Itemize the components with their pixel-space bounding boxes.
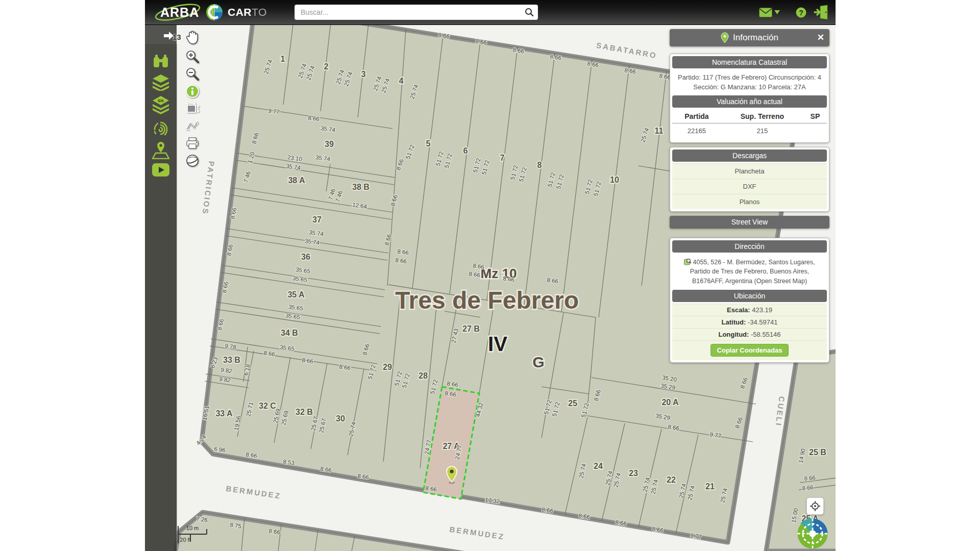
measure-path-icon [185,119,200,133]
carto-globe-icon [205,3,224,21]
valuacion-col-sp: SP [803,109,827,123]
parcel-numbers-label: 38 A [288,176,305,185]
info-panel: Información ✕ Nomenclatura Catastral Par… [670,29,829,367]
carto-logo: CARTO [205,3,267,22]
svg-text:IDE: IDE [158,99,164,103]
longitud-value: -58.55146 [751,331,781,338]
logout-button[interactable] [814,0,829,24]
descargas-card: Descargas Plancheta DXF Planos [670,147,829,212]
direccion-body: 4055, 526 - M. Bermúdez, Santos Lugares,… [672,254,827,290]
search-input[interactable] [295,8,521,16]
messages-dropdown[interactable] [774,0,780,24]
parcel-numbers-label: 5 [426,139,431,148]
nomenclatura-card: Nomenclatura Catastral Partido: 117 (Tre… [670,54,829,143]
copy-coordinates-row: Copiar Coordenadas [672,340,827,360]
locate-me-button[interactable] [806,497,824,515]
parcel-numbers-label: 8 [537,161,542,169]
ubicacion-header: Ubicación [672,290,827,302]
street-view-button[interactable]: Street View [670,216,829,229]
sidebar-ide-layers-button[interactable]: IDE [150,96,172,114]
search-button[interactable] [521,5,538,20]
parcel-numbers-label: 39 [325,140,334,148]
scale-imperial-label: 20 ft [180,537,190,543]
carto-globe-watermark [789,516,836,551]
messages-button[interactable] [759,0,772,24]
escala-row: Escala: 423.19 [672,304,827,316]
copy-coordinates-button[interactable]: Copiar Coordenadas [710,344,789,357]
longitud-row: Longitud: -58.55146 [672,328,827,340]
binoculars-icon [153,54,169,68]
latitud-value: -34.59741 [748,318,778,326]
layers-ide-icon: IDE [152,96,169,114]
nomenclatura-header: Nomenclatura Catastral [672,56,827,68]
parcel-numbers-label: 24 [594,462,603,470]
measure-tool-button[interactable] [185,118,200,134]
parcel-numbers-label: 22 [667,475,676,484]
help-button[interactable]: ? [796,0,806,24]
latitud-row: Latitud: -34.59741 [672,316,827,328]
zoom-in-icon [186,50,199,63]
scale-metric-label: 10 m [186,525,199,531]
crosshair-icon [810,501,820,511]
screenshot-stage: SABATARROBERMUDEZBERMUDEZPATRICIOSCUELIT… [0,0,980,551]
valuacion-col-partida: Partida [672,109,721,123]
parcel-numbers-label: 37 [312,215,322,224]
zoom-in-tool-button[interactable] [185,49,200,64]
download-dxf-button[interactable]: DXF [672,179,827,194]
parcel-numbers-label: 38 B [352,183,370,191]
parcel-numbers-label: 4 [399,77,404,85]
parcel-numbers-label: 10 [610,176,619,184]
valuacion-sp [803,123,827,138]
map-scale-bar: 10 m 20 ft [173,523,219,551]
chevron-down-icon [774,10,780,14]
sidebar-video-tutorial-button[interactable] [150,163,172,177]
fingerprint-icon [152,118,169,137]
valuacion-sup: 215 [721,123,803,138]
arba-logo: ARBA [153,4,209,21]
download-plancheta-button[interactable]: Plancheta [672,163,827,179]
logout-door-icon [814,5,829,20]
parcel-numbers-label: 6 [463,146,468,155]
parcel-numbers-label: 29 [383,363,392,371]
zoom-out-tool-button[interactable] [185,66,200,82]
sidebar-search-parcel-button[interactable] [150,54,172,68]
parcel-numbers-label: 30 [336,414,345,423]
sidebar-fingerprint-button[interactable] [150,118,172,137]
valuacion-col-sup: Sup. Terreno [721,109,803,123]
sidebar-layers-button[interactable] [150,74,172,91]
info-tool-button[interactable] [185,84,200,99]
envelope-icon [759,8,772,17]
sidebar-locate-on-map-button[interactable] [150,141,172,159]
parcel-numbers-label: 33 B [223,356,240,364]
earth-icon [186,154,199,167]
parcel-numbers-label: 27 B [462,324,480,333]
valuacion-header: Valuación año actual [672,95,827,108]
parcel-numbers-label: 28 [419,371,428,380]
pan-tool-button[interactable] [185,30,200,45]
parcel-numbers-label: 2 [324,62,329,71]
download-planos-button[interactable]: Planos [672,194,827,209]
print-tool-button[interactable] [185,136,200,151]
parcel-numbers-label: 23 [629,469,638,478]
osm-map-icon [684,258,691,265]
info-icon [186,85,199,98]
parcel-numbers-label: 32 B [296,408,313,416]
parcel-numbers-label: 7 [500,154,505,162]
direccion-header: Dirección [672,240,827,253]
help-icon: ? [796,7,806,18]
close-panel-button[interactable]: ✕ [817,33,824,43]
google-earth-tool-button[interactable] [185,153,200,168]
parcel-numbers-label: 20 A [662,398,679,407]
parcel-numbers-label: 33 A [215,409,233,418]
map-pin-icon [721,32,729,43]
big-labels-label: G [532,354,544,370]
hand-pan-icon [185,30,200,45]
svg-text:?: ? [799,8,803,16]
box-zoom-tool-button[interactable] [185,101,200,116]
escala-value: 423.19 [752,306,772,314]
valuacion-partida: 22165 [672,123,721,138]
parcel-numbers-label: 32 C [259,402,276,410]
left-toolbar: IDE [145,24,177,551]
arba-logo-text: ARBA [160,5,199,20]
direccion-text: 4055, 526 - M. Bermúdez, Santos Lugares,… [690,259,815,285]
